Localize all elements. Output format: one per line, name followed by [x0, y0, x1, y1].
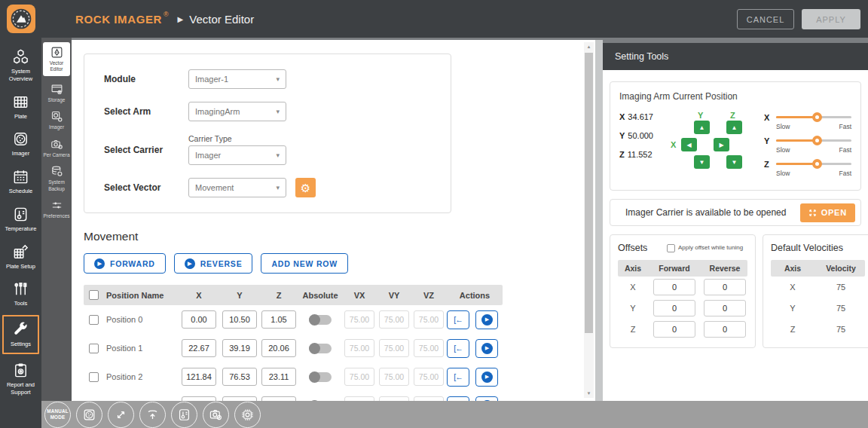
x-input[interactable] [182, 339, 216, 357]
rail-item-system-backup[interactable]: System Backup [43, 165, 70, 192]
table-row: Position 0 [← ▶ [84, 305, 503, 334]
row-checkbox[interactable] [89, 372, 99, 382]
jog-x-left-button[interactable]: ◀ [681, 138, 697, 151]
move-arrows-icon [114, 408, 128, 422]
arrow-up-icon: ▲ [699, 124, 705, 131]
sidebar-item-temperature[interactable]: Temperature [0, 201, 41, 237]
sidebar-item-system-overview[interactable]: System Overview [0, 44, 41, 87]
sidebar-item-tools[interactable]: Tools [0, 276, 41, 312]
arrow-down-icon: ▼ [732, 159, 738, 166]
vertical-scrollbar[interactable]: ▲ ▼ [584, 42, 594, 398]
z-forward-offset-input[interactable] [653, 321, 695, 338]
sidebar-item-imager[interactable]: Imager [0, 126, 41, 162]
absolute-toggle[interactable] [309, 372, 332, 382]
arm-select[interactable]: ImagingArm ▾ [188, 102, 286, 121]
x-reverse-offset-input[interactable] [704, 279, 746, 295]
y-reverse-offset-input[interactable] [704, 300, 746, 316]
run-position-button[interactable]: ▶ [475, 310, 498, 329]
table-row: Position 3 [← ▶ [84, 391, 503, 401]
cancel-button[interactable]: CANCEL [737, 9, 794, 29]
y-input[interactable] [222, 310, 257, 329]
capture-position-button[interactable]: [← [447, 310, 469, 329]
add-new-row-button[interactable]: ADD NEW ROW [261, 253, 348, 274]
scroll-down-arrow-icon[interactable]: ▼ [584, 389, 594, 398]
camera-button[interactable] [203, 402, 229, 428]
rail-item-imager[interactable]: Imager [43, 110, 70, 130]
vy-input [379, 310, 409, 329]
vector-select[interactable]: Movement ▾ [188, 178, 286, 197]
absolute-toggle[interactable] [309, 315, 332, 325]
row-checkbox[interactable] [89, 344, 99, 353]
arrow-down-icon: ▼ [699, 159, 705, 166]
carrier-select[interactable]: Imager ▾ [188, 145, 286, 165]
forward-button[interactable]: ▶ FORWARD [84, 253, 166, 274]
scrollbar-thumb[interactable] [585, 53, 593, 333]
absolute-toggle[interactable] [309, 344, 332, 353]
z-input[interactable] [261, 310, 296, 329]
thermometer-icon [177, 408, 191, 422]
sidebar-item-plate-setup[interactable]: Plate Setup [0, 239, 41, 275]
rail-item-storage[interactable]: Storage [43, 83, 70, 103]
slider-knob[interactable] [812, 112, 822, 122]
apply-offset-checkbox[interactable] [667, 244, 675, 252]
open-carrier-button[interactable]: OPEN [800, 203, 855, 222]
z-input[interactable] [261, 339, 296, 357]
x-input[interactable] [182, 368, 216, 386]
select-all-checkbox[interactable] [89, 290, 99, 300]
row-checkbox[interactable] [89, 315, 99, 325]
top-bar: ROCK IMAGER ® ▶ Vector Editor CANCEL APP… [0, 0, 868, 38]
run-position-button[interactable]: ▶ [475, 339, 498, 358]
slider-knob[interactable] [812, 159, 822, 169]
jog-z-up-button[interactable]: ▲ [726, 121, 742, 134]
offsets-row: Z [618, 319, 747, 340]
jog-z-down-button[interactable]: ▼ [726, 155, 742, 169]
rail-item-per-camera[interactable]: Per Camera [43, 138, 70, 158]
slider-track[interactable] [776, 159, 851, 169]
run-position-button[interactable]: ▶ [475, 368, 498, 387]
rail-item-preferences[interactable]: Preferences [43, 199, 70, 219]
preferences-sliders-icon [50, 199, 63, 212]
x-input[interactable] [182, 310, 216, 329]
jog-y-up-button[interactable]: ▲ [694, 121, 710, 134]
apply-button[interactable]: APPLY [802, 9, 860, 29]
arrow-up-icon: ▲ [732, 124, 738, 131]
manual-mode-button[interactable]: MANUAL MODE [44, 402, 71, 428]
y-input[interactable] [222, 368, 257, 386]
capture-position-button[interactable]: [← [447, 339, 469, 358]
capture-position-button[interactable]: [← [447, 368, 469, 387]
chevron-down-icon: ▾ [276, 184, 280, 191]
reverse-button[interactable]: ▶ REVERSE [174, 253, 253, 274]
table-row: Position 2 [← ▶ [84, 362, 503, 391]
x-forward-offset-input[interactable] [653, 279, 695, 295]
imager-plate-button[interactable] [76, 402, 102, 428]
tools-icon [12, 280, 29, 298]
scroll-up-arrow-icon[interactable]: ▲ [584, 42, 594, 51]
slider-track[interactable] [776, 112, 851, 122]
velocities-title: Default Velocities [771, 243, 865, 253]
jog-x-right-button[interactable]: ▶ [714, 138, 729, 151]
jog-y-down-button[interactable]: ▼ [694, 155, 710, 169]
velocity-row: X 75 [771, 277, 865, 298]
imaging-arm-position-card: Imaging Arm Current Position X34.617 Y50… [610, 81, 861, 191]
z-reverse-offset-input[interactable] [704, 321, 746, 338]
sidebar-item-report-and-support[interactable]: Report and Support [0, 357, 41, 401]
rail-item-vector-editor[interactable]: Vector Editor [43, 42, 70, 76]
y-input[interactable] [222, 339, 257, 357]
move-carrier-button[interactable] [108, 402, 134, 428]
temperature-button[interactable] [171, 402, 197, 428]
chip-camera-button[interactable] [234, 402, 261, 428]
sidebar-item-schedule[interactable]: Schedule [0, 164, 41, 200]
slider-knob[interactable] [812, 136, 822, 145]
sidebar-item-settings[interactable]: Settings [2, 315, 39, 354]
module-select[interactable]: Imager-1 ▾ [188, 69, 286, 89]
z-speed-slider: Z Slow Fast [764, 159, 851, 177]
z-velocity-value: 75 [817, 325, 865, 334]
sidebar-item-plate[interactable]: Plate [0, 89, 41, 125]
z-input[interactable] [261, 368, 296, 386]
app-logo[interactable] [7, 5, 35, 33]
vector-editor-icon [50, 46, 63, 59]
lift-arm-button[interactable] [139, 402, 166, 428]
y-forward-offset-input[interactable] [653, 300, 695, 316]
slider-track[interactable] [776, 136, 851, 145]
vector-settings-button[interactable]: ⚙ [295, 178, 316, 197]
